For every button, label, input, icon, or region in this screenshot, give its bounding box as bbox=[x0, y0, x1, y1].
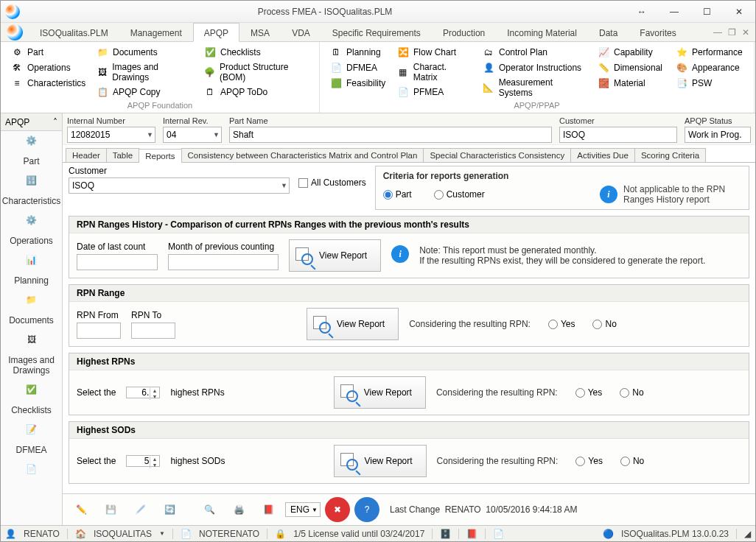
cancel-edit-button[interactable]: 🖊️ bbox=[127, 497, 153, 522]
close-button[interactable]: ✕ bbox=[723, 1, 755, 22]
part-name-input[interactable]: Shaft bbox=[229, 127, 552, 143]
caption-extra-icon[interactable]: ↔ bbox=[626, 1, 658, 22]
print-button[interactable]: 🖨️ bbox=[226, 497, 251, 522]
pdf-button[interactable]: 📕 bbox=[256, 497, 281, 522]
rib-control-plan[interactable]: 🗂Control Plan bbox=[480, 45, 590, 60]
rib-dfmea[interactable]: 📄DFMEA bbox=[327, 60, 390, 75]
rib-planning[interactable]: 🗓Planning bbox=[327, 45, 390, 60]
rib-measurement[interactable]: 📐Measurement Systems bbox=[480, 76, 590, 99]
help-button[interactable]: ? bbox=[354, 497, 379, 522]
rib-charact-matrix[interactable]: ▦Charact. Matrix bbox=[394, 60, 475, 84]
rib-apqp-todo[interactable]: 🗒APQP ToDo bbox=[201, 85, 312, 99]
side-characteristics[interactable]: 🔢Characteristics bbox=[1, 171, 62, 211]
rib-operator-instr[interactable]: 👤Operator Instructions bbox=[480, 60, 590, 75]
spin-up-icon[interactable]: ▲ bbox=[150, 388, 158, 394]
tab-isoqualitas[interactable]: ISOQualitas.PLM bbox=[29, 23, 119, 41]
rib-psw[interactable]: 📑PSW bbox=[673, 76, 746, 91]
language-combo[interactable]: ENG▼ bbox=[285, 502, 321, 517]
minimize-button[interactable]: — bbox=[658, 1, 690, 22]
view-report-history-button[interactable]: View Report bbox=[289, 239, 381, 272]
rib-bom[interactable]: 🌳Product Structure (BOM) bbox=[201, 60, 312, 84]
highest-sods-spinner[interactable]: 5▲▼ bbox=[126, 455, 160, 467]
side-planning[interactable]: 📊Planning bbox=[1, 250, 62, 290]
highest-rpns-spinner[interactable]: 6.▲▼ bbox=[126, 387, 160, 398]
tab-special-characteristics[interactable]: Special Characteristics Consistency bbox=[423, 148, 571, 162]
resize-grip-icon[interactable]: ◢ bbox=[744, 529, 751, 539]
mdi-minimize-icon[interactable]: — bbox=[713, 27, 722, 38]
view-report-highest-sods-button[interactable]: View Report bbox=[334, 445, 426, 477]
tab-msa[interactable]: MSA bbox=[239, 23, 281, 41]
range-yes-radio[interactable]: Yes bbox=[548, 319, 575, 329]
side-more[interactable]: 📄 bbox=[1, 460, 62, 488]
refresh-button[interactable]: 🔄 bbox=[157, 497, 182, 522]
side-documents[interactable]: 📁Documents bbox=[1, 290, 62, 330]
tab-management[interactable]: Management bbox=[119, 23, 193, 41]
range-no-radio[interactable]: No bbox=[592, 319, 616, 329]
rib-characteristics[interactable]: ≡Characteristics bbox=[8, 76, 89, 91]
rpns-yes-radio[interactable]: Yes bbox=[575, 387, 603, 398]
spin-up-icon[interactable]: ▲ bbox=[150, 457, 158, 462]
app-menu-icon[interactable] bbox=[7, 24, 23, 41]
sods-yes-radio[interactable]: Yes bbox=[575, 456, 603, 466]
tab-activities-due[interactable]: Activities Due bbox=[570, 148, 635, 162]
all-customers-checkbox[interactable]: All Customers bbox=[298, 177, 366, 188]
status-company[interactable]: ISOQUALITAS bbox=[94, 529, 152, 539]
side-checklists[interactable]: ✅Checklists bbox=[1, 380, 62, 420]
view-report-range-button[interactable]: View Report bbox=[307, 308, 399, 340]
spin-down-icon[interactable]: ▼ bbox=[150, 462, 158, 468]
criteria-note: Not applicable to the RPN Ranges History… bbox=[623, 184, 741, 205]
mdi-close-icon[interactable]: ✕ bbox=[742, 27, 749, 38]
last-count-input[interactable] bbox=[77, 254, 158, 270]
rib-performance[interactable]: ⭐Performance bbox=[673, 45, 746, 60]
sods-no-radio[interactable]: No bbox=[620, 456, 644, 466]
tab-reports[interactable]: Reports bbox=[139, 149, 181, 163]
spin-down-icon[interactable]: ▼ bbox=[150, 394, 158, 400]
rib-part[interactable]: ⚙Part bbox=[8, 45, 89, 60]
rib-dimensional[interactable]: 📏Dimensional bbox=[595, 60, 668, 75]
tab-apqp[interactable]: APQP bbox=[193, 23, 239, 42]
preview-button[interactable]: 🔍 bbox=[197, 497, 222, 522]
mdi-restore-icon[interactable]: ❐ bbox=[728, 27, 736, 38]
criteria-customer-radio[interactable]: Customer bbox=[434, 189, 485, 200]
close-red-button[interactable]: ✖ bbox=[325, 497, 350, 522]
tab-consistency-matrix[interactable]: Consistency between Characteristics Matr… bbox=[181, 148, 424, 162]
rib-pfmea[interactable]: 📄PFMEA bbox=[394, 85, 475, 99]
side-collapse-icon[interactable]: ˄ bbox=[53, 117, 57, 127]
tab-production[interactable]: Production bbox=[432, 23, 496, 41]
rib-apqp-copy[interactable]: 📋APQP Copy bbox=[94, 85, 197, 99]
save-button[interactable]: 💾 bbox=[98, 497, 123, 522]
tab-specific-requirements[interactable]: Specific Requirements bbox=[321, 23, 432, 41]
rib-documents[interactable]: 📁Documents bbox=[94, 45, 197, 60]
rib-checklists[interactable]: ✅Checklists bbox=[201, 45, 312, 60]
rpn-to-input[interactable] bbox=[131, 323, 175, 339]
tab-vda[interactable]: VDA bbox=[281, 23, 321, 41]
rib-flowchart[interactable]: 🔀Flow Chart bbox=[394, 45, 475, 60]
side-images-drawings[interactable]: 🖼Images and Drawings bbox=[1, 330, 62, 380]
rib-appearance[interactable]: 🎨Appearance bbox=[673, 60, 746, 75]
side-dfmea[interactable]: 📝DFMEA bbox=[1, 420, 62, 460]
internal-number-combo[interactable]: 12082015▼ bbox=[67, 127, 155, 143]
tab-incoming-material[interactable]: Incoming Material bbox=[496, 23, 588, 41]
prev-month-input[interactable] bbox=[168, 254, 279, 270]
side-operations[interactable]: ⚙️Operations bbox=[1, 211, 62, 250]
tab-header[interactable]: Header bbox=[66, 148, 107, 162]
rib-images-drawings[interactable]: 🖼Images and Drawings bbox=[94, 60, 197, 84]
rib-feasibility[interactable]: 🟩Feasibility bbox=[327, 76, 390, 91]
tab-data[interactable]: Data bbox=[588, 23, 629, 41]
customer-input[interactable]: ISOQ bbox=[559, 127, 677, 143]
report-customer-combo[interactable]: ISOQ▼ bbox=[69, 177, 290, 194]
rib-capability[interactable]: 📈Capability bbox=[595, 45, 668, 60]
tab-scoring-criteria[interactable]: Scoring Criteria bbox=[634, 148, 706, 162]
view-report-highest-rpns-button[interactable]: View Report bbox=[334, 376, 426, 409]
tab-favorites[interactable]: Favorites bbox=[629, 23, 687, 41]
edit-button[interactable]: ✏️ bbox=[69, 497, 94, 522]
side-part[interactable]: ⚙️Part bbox=[1, 131, 62, 171]
rpns-no-radio[interactable]: No bbox=[620, 387, 643, 398]
tab-table[interactable]: Table bbox=[106, 148, 140, 162]
rib-operations[interactable]: 🛠Operations bbox=[8, 60, 89, 75]
criteria-part-radio[interactable]: Part bbox=[383, 189, 412, 200]
rpn-from-input[interactable] bbox=[77, 323, 121, 339]
rib-material[interactable]: 🧱Material bbox=[595, 76, 668, 91]
internal-rev-combo[interactable]: 04▼ bbox=[163, 127, 222, 143]
maximize-button[interactable]: ☐ bbox=[690, 1, 723, 22]
